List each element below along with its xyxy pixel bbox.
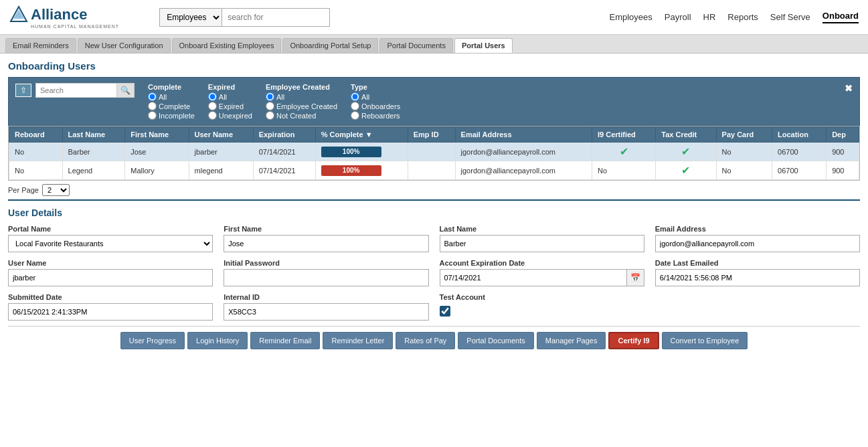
tab-email-reminders[interactable]: Email Reminders [5, 38, 76, 53]
account-expiration-label: Account Expiration Date [440, 259, 644, 267]
tab-onboard-existing[interactable]: Onboard Existing Employees [172, 38, 282, 53]
filter-complete-all[interactable]: All [148, 92, 195, 101]
col-pct-complete[interactable]: % Complete ▼ [315, 127, 408, 143]
filter-emp-created-created[interactable]: Employee Created [266, 102, 337, 110]
user-name-input[interactable] [8, 269, 213, 286]
cell-expiration: 07/14/2021 [253, 161, 315, 180]
user-name-group: User Name [8, 259, 213, 286]
reminder-email-button[interactable]: Reminder Email [250, 332, 320, 349]
internal-id-input[interactable] [224, 303, 428, 321]
col-pay-card[interactable]: Pay Card [716, 127, 772, 143]
user-progress-button[interactable]: User Progress [120, 332, 185, 349]
col-emp-id[interactable]: Emp ID [408, 127, 455, 143]
page-title: Onboarding Users [8, 60, 860, 72]
filter-complete-incomplete[interactable]: Incomplete [148, 111, 195, 120]
tab-new-user-config[interactable]: New User Configuration [78, 38, 171, 53]
user-name-label: User Name [8, 259, 213, 267]
user-details-section: User Details Portal Name Local Favorite … [8, 199, 860, 355]
per-page-control: Per Page 2 5 10 25 [8, 181, 860, 199]
logo-text: Alliance [31, 6, 87, 23]
filter-expired-unexpired[interactable]: Unexpired [208, 111, 252, 120]
email-input[interactable] [655, 235, 860, 252]
filter-complete-group: Complete All Complete Incomplete [148, 83, 195, 120]
reminder-letter-button[interactable]: Reminder Letter [323, 332, 393, 349]
filter-type-reboarders[interactable]: Reboarders [351, 111, 400, 120]
search-category-select[interactable]: Employees [160, 9, 222, 26]
cell-location: 06700 [772, 143, 827, 161]
col-user-name[interactable]: User Name [189, 127, 253, 143]
filter-emp-created-title: Employee Created [266, 83, 337, 91]
search-input[interactable] [222, 9, 329, 26]
per-page-select[interactable]: 2 5 10 25 [42, 184, 70, 196]
last-name-input[interactable] [440, 235, 644, 252]
initial-password-input[interactable] [224, 269, 428, 286]
nav-self-serve[interactable]: Self Serve [770, 12, 810, 22]
nav-payroll[interactable]: Payroll [665, 12, 691, 22]
col-reboard[interactable]: Reboard [9, 127, 63, 143]
filter-emp-created-not[interactable]: Not Created [266, 111, 337, 120]
nav-reports[interactable]: Reports [727, 12, 758, 22]
cell-tax-credit: ✔ [656, 161, 716, 180]
last-name-group: Last Name [440, 225, 644, 252]
cell-i9: ✔ [592, 143, 655, 161]
initial-password-label: Initial Password [224, 259, 428, 267]
test-account-checkbox[interactable] [440, 306, 450, 317]
filter-close-btn[interactable]: ✖ [845, 83, 853, 94]
filter-emp-created-all[interactable]: All [266, 92, 337, 101]
email-group: Email Address [655, 225, 860, 252]
initial-password-group: Initial Password [224, 259, 428, 286]
manager-pages-button[interactable]: Manager Pages [537, 332, 606, 349]
first-name-input[interactable] [224, 235, 428, 252]
nav-employees[interactable]: Employees [609, 12, 652, 22]
rates-of-pay-button[interactable]: Rates of Pay [396, 332, 455, 349]
col-tax-credit[interactable]: Tax Credit [656, 127, 716, 143]
tax-credit-check-icon: ✔ [681, 146, 690, 157]
cell-expiration: 07/14/2021 [253, 143, 315, 161]
convert-to-employee-button[interactable]: Convert to Employee [662, 332, 748, 349]
tab-portal-users[interactable]: Portal Users [454, 38, 513, 53]
filter-search-icon-btn[interactable]: 🔍 [116, 84, 134, 97]
col-i9[interactable]: I9 Certified [592, 127, 655, 143]
table-row[interactable]: No Legend Mallory mlegend 07/14/2021 100… [9, 161, 859, 180]
submitted-date-group: Submitted Date [8, 293, 213, 321]
filter-type-all[interactable]: All [351, 92, 400, 101]
logo-area: Alliance HUMAN CAPITAL MANAGEMENT [9, 5, 119, 29]
nav-hr[interactable]: HR [703, 12, 716, 22]
nav-onboard[interactable]: Onboard [822, 11, 859, 23]
col-expiration[interactable]: Expiration [253, 127, 315, 143]
filter-complete-complete[interactable]: Complete [148, 102, 195, 110]
account-expiration-input[interactable] [440, 269, 627, 286]
filter-expired-all[interactable]: All [208, 92, 252, 101]
portal-name-select[interactable]: Local Favorite Restaurants [8, 235, 213, 252]
tab-portal-setup[interactable]: Onboarding Portal Setup [282, 38, 378, 53]
cell-first-name: Mallory [125, 161, 189, 180]
cell-user-name: mlegend [189, 161, 253, 180]
calendar-icon[interactable]: 📅 [627, 269, 644, 286]
user-details-row1: Portal Name Local Favorite Restaurants F… [8, 225, 860, 252]
table-row[interactable]: No Barber Jose jbarber 07/14/2021 100% j… [9, 143, 859, 161]
col-last-name[interactable]: Last Name [62, 127, 125, 143]
filter-expired-expired[interactable]: Expired [208, 102, 252, 110]
login-history-button[interactable]: Login History [187, 332, 248, 349]
col-first-name[interactable]: First Name [125, 127, 189, 143]
cell-email: jgordon@alliancepayroll.com [455, 161, 592, 180]
search-area: Employees [159, 8, 330, 27]
submitted-date-input[interactable] [8, 303, 213, 321]
filter-type-onboarders[interactable]: Onboarders [351, 102, 400, 110]
filter-search-input[interactable] [36, 84, 116, 97]
col-location[interactable]: Location [772, 127, 827, 143]
logo-subtitle: HUMAN CAPITAL MANAGEMENT [31, 24, 119, 29]
col-dep[interactable]: Dep [827, 127, 859, 143]
logo: Alliance [9, 5, 119, 24]
portal-name-group: Portal Name Local Favorite Restaurants [8, 225, 213, 252]
user-details-title: User Details [8, 207, 860, 218]
alliance-logo-icon [9, 5, 28, 24]
certify-i9-button[interactable]: Certify I9 [608, 332, 659, 349]
date-last-emailed-input[interactable] [655, 269, 860, 286]
col-email[interactable]: Email Address [455, 127, 592, 143]
collapse-button[interactable]: ⇧ [15, 84, 31, 97]
top-nav: Employees Payroll HR Reports Self Serve … [609, 11, 859, 23]
cell-pay-card: No [716, 143, 772, 161]
tab-portal-documents[interactable]: Portal Documents [379, 38, 452, 53]
portal-documents-button[interactable]: Portal Documents [458, 332, 533, 349]
